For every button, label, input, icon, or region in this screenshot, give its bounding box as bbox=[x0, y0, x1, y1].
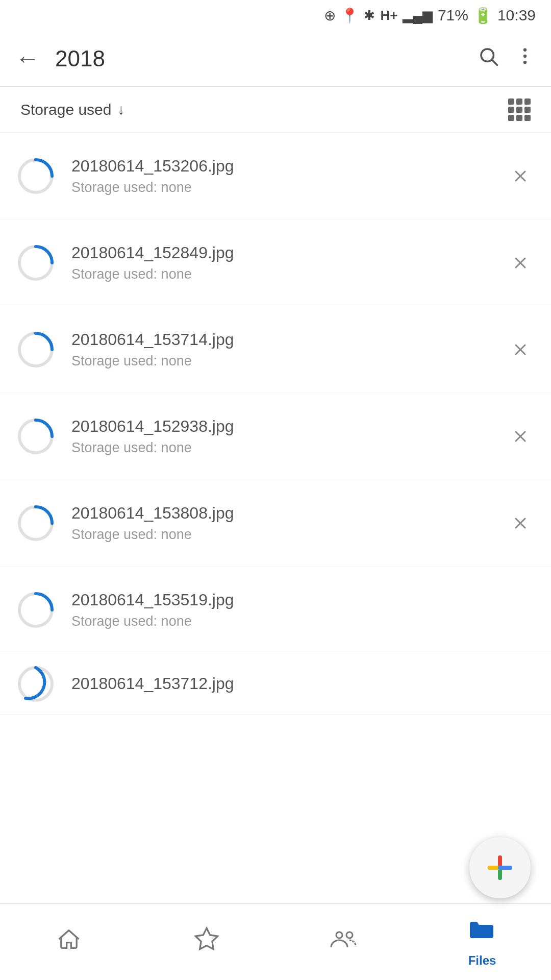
list-item: 20180614_153712.jpg bbox=[0, 653, 551, 715]
file-info: 20180614_152938.jpg Storage used: none bbox=[71, 417, 490, 456]
file-info: 20180614_152849.jpg Storage used: none bbox=[71, 243, 490, 282]
circle-plus-icon: ⊕ bbox=[324, 7, 336, 24]
battery-percent: 71% bbox=[438, 7, 468, 24]
svg-point-3 bbox=[523, 54, 527, 57]
svg-point-2 bbox=[523, 48, 527, 51]
file-name: 20180614_152849.jpg bbox=[71, 243, 490, 262]
people-icon bbox=[330, 926, 359, 959]
nav-item-sharing[interactable] bbox=[276, 926, 413, 959]
file-meta: Storage used: none bbox=[71, 527, 490, 543]
bluetooth-icon: ✱ bbox=[364, 8, 375, 23]
file-info: 20180614_153712.jpg bbox=[71, 674, 536, 693]
sort-row: Storage used ↓ bbox=[0, 87, 551, 133]
file-info: 20180614_153519.jpg Storage used: none bbox=[71, 591, 490, 629]
battery-icon: 🔋 bbox=[473, 7, 492, 24]
file-meta: Storage used: none bbox=[71, 180, 490, 195]
loading-spinner bbox=[15, 590, 56, 630]
sort-direction-icon: ↓ bbox=[117, 102, 124, 118]
network-icon: H+ bbox=[380, 8, 397, 23]
file-info: 20180614_153714.jpg Storage used: none bbox=[71, 330, 490, 369]
signal-bars-icon: ▂▄▆ bbox=[403, 8, 432, 23]
loading-spinner bbox=[15, 329, 56, 370]
app-bar-actions bbox=[478, 45, 536, 72]
file-list: 20180614_153206.jpg Storage used: none 2… bbox=[0, 133, 551, 715]
loading-spinner bbox=[15, 664, 56, 704]
svg-point-31 bbox=[336, 932, 342, 938]
location-icon: 📍 bbox=[341, 7, 359, 24]
file-meta: Storage used: none bbox=[71, 266, 490, 282]
file-name: 20180614_153519.jpg bbox=[71, 591, 490, 609]
file-name: 20180614_153712.jpg bbox=[71, 674, 536, 693]
grid-view-button[interactable] bbox=[508, 99, 531, 121]
list-item: 20180614_152938.jpg Storage used: none bbox=[0, 393, 551, 480]
file-info: 20180614_153206.jpg Storage used: none bbox=[71, 157, 490, 195]
list-item: 20180614_153808.jpg Storage used: none bbox=[0, 480, 551, 567]
svg-line-1 bbox=[492, 60, 497, 65]
loading-spinner bbox=[15, 156, 56, 197]
nav-item-home[interactable] bbox=[0, 926, 138, 959]
remove-button[interactable] bbox=[505, 161, 536, 191]
file-info: 20180614_153808.jpg Storage used: none bbox=[71, 504, 490, 543]
app-bar: ← 2018 bbox=[0, 31, 551, 87]
fab-add-button[interactable] bbox=[469, 837, 531, 898]
nav-item-files[interactable]: Files bbox=[413, 917, 551, 968]
star-icon bbox=[193, 926, 220, 959]
nav-label-files: Files bbox=[468, 953, 496, 968]
back-button[interactable]: ← bbox=[15, 44, 40, 72]
file-name: 20180614_153808.jpg bbox=[71, 504, 490, 523]
more-options-button[interactable] bbox=[514, 45, 536, 72]
remove-button[interactable] bbox=[505, 508, 536, 538]
list-item: 20180614_153519.jpg Storage used: none bbox=[0, 567, 551, 653]
remove-button[interactable] bbox=[505, 334, 536, 365]
status-bar: ⊕ 📍 ✱ H+ ▂▄▆ 71% 🔋 10:39 bbox=[0, 0, 551, 31]
file-name: 20180614_153714.jpg bbox=[71, 330, 490, 349]
clock: 10:39 bbox=[497, 7, 536, 24]
bottom-nav: Files bbox=[0, 903, 551, 980]
home-icon bbox=[56, 926, 82, 959]
svg-point-32 bbox=[346, 932, 353, 938]
file-meta: Storage used: none bbox=[71, 440, 490, 456]
remove-button[interactable] bbox=[505, 248, 536, 278]
loading-spinner bbox=[15, 242, 56, 283]
loading-spinner bbox=[15, 503, 56, 544]
nav-item-starred[interactable] bbox=[138, 926, 276, 959]
sort-label[interactable]: Storage used ↓ bbox=[20, 101, 124, 118]
remove-button[interactable] bbox=[505, 421, 536, 452]
list-item: 20180614_152849.jpg Storage used: none bbox=[0, 219, 551, 306]
search-button[interactable] bbox=[478, 45, 499, 72]
file-meta: Storage used: none bbox=[71, 353, 490, 369]
svg-marker-30 bbox=[195, 928, 217, 949]
sort-label-text: Storage used bbox=[20, 101, 111, 118]
list-item: 20180614_153206.jpg Storage used: none bbox=[0, 133, 551, 219]
status-icons: ⊕ 📍 ✱ H+ ▂▄▆ 71% 🔋 10:39 bbox=[324, 7, 536, 24]
folder-icon bbox=[468, 917, 496, 949]
page-title: 2018 bbox=[55, 46, 462, 71]
svg-point-4 bbox=[523, 61, 527, 64]
loading-spinner bbox=[15, 416, 56, 457]
file-name: 20180614_152938.jpg bbox=[71, 417, 490, 436]
list-item: 20180614_153714.jpg Storage used: none bbox=[0, 306, 551, 393]
file-name: 20180614_153206.jpg bbox=[71, 157, 490, 176]
file-meta: Storage used: none bbox=[71, 614, 490, 629]
